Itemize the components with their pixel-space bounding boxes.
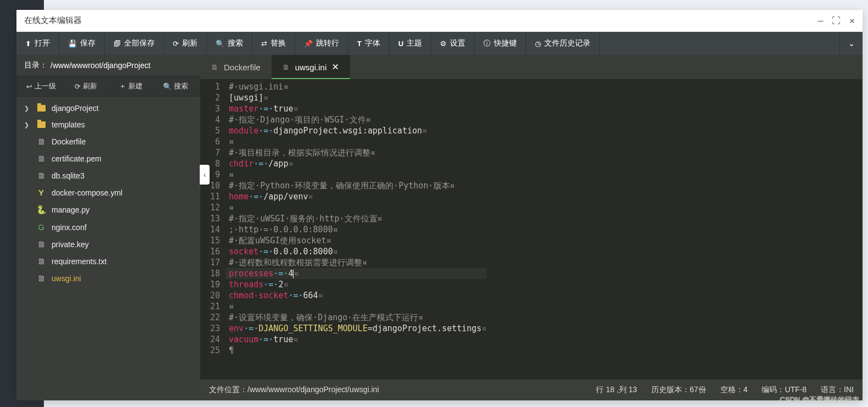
replace-button[interactable]: ⇄替换 <box>252 32 295 55</box>
file-item[interactable]: 🗎uwsgi.ini <box>16 270 200 287</box>
close-icon[interactable]: ✕ <box>849 15 855 26</box>
file-icon: 🗎 <box>37 239 46 249</box>
window-title: 在线文本编辑器 <box>24 15 82 26</box>
file-name: docker-compose.yml <box>52 188 122 197</box>
watermark: CSDN @不爱搬砖的码农 <box>780 395 859 405</box>
clock-icon: ◷ <box>535 40 541 48</box>
file-name: nginx.conf <box>52 223 87 232</box>
tab[interactable]: 🗎uwsgi.ini✕ <box>272 55 351 79</box>
replace-icon: ⇄ <box>261 40 267 48</box>
editor-pane: ‹ 🗎Dockerfile🗎uwsgi.ini✕ 123456789101112… <box>200 55 863 400</box>
file-icon: 🐍 <box>36 205 47 215</box>
sidebar-refresh-button[interactable]: ⟳刷新 <box>65 79 108 93</box>
sidebar: 目录： /www/wwwroot/djangoProject ↩上一级 ⟳刷新 … <box>16 55 200 400</box>
tab-label: uwsgi.ini <box>295 63 327 72</box>
toolbar: ⬆打开 💾保存 🗐全部保存 ⟳刷新 🔍搜索 ⇄替换 📌跳转行 T字体 U主题 ⚙… <box>16 32 863 55</box>
new-button[interactable]: ＋新建 <box>110 79 153 93</box>
history-button[interactable]: ◷文件历史记录 <box>526 32 600 55</box>
refresh-button[interactable]: ⟳刷新 <box>164 32 207 55</box>
reply-icon: ↩ <box>26 82 32 91</box>
pin-icon: 📌 <box>304 40 313 48</box>
maximize-icon[interactable]: ⛶ <box>832 15 841 26</box>
shortcut-button[interactable]: ⓘ快捷键 <box>475 32 526 55</box>
tab[interactable]: 🗎Dockerfile <box>200 55 272 79</box>
status-encoding[interactable]: 编码：UTF-8 <box>762 385 807 395</box>
file-icon: 🗎 <box>37 137 46 146</box>
up-button[interactable]: ↩上一级 <box>20 79 63 93</box>
file-icon: 🗎 <box>37 274 46 283</box>
file-icon: 🗎 <box>283 63 290 71</box>
search-icon: 🔍 <box>216 40 224 48</box>
collapse-sidebar-button[interactable]: ‹ <box>200 165 210 185</box>
folder-icon <box>37 121 46 128</box>
file-name: Dockerfile <box>52 137 86 146</box>
status-spaces[interactable]: 空格：4 <box>720 385 748 395</box>
theme-button[interactable]: U主题 <box>390 32 431 55</box>
code-content[interactable]: #·uwsgi.ini¤[uwsgi]¤master·=·true¤#·指定·D… <box>226 79 487 380</box>
file-name: private.key <box>52 240 89 249</box>
plus-icon: ＋ <box>119 81 126 91</box>
editor-window: 在线文本编辑器 — ⛶ ✕ ⬆打开 💾保存 🗐全部保存 ⟳刷新 🔍搜索 ⇄替换 … <box>16 10 863 400</box>
gear-icon: ⚙ <box>440 40 447 48</box>
file-item[interactable]: 🗎requirements.txt <box>16 253 200 270</box>
chevron-right-icon: ❯ <box>24 121 31 129</box>
info-icon: ⓘ <box>483 38 491 48</box>
file-item[interactable]: 🗎private.key <box>16 236 200 253</box>
folder-item[interactable]: ❯templates <box>16 116 200 133</box>
chevron-down-icon: ⌄ <box>848 39 855 48</box>
font-button[interactable]: T字体 <box>348 32 390 55</box>
tab-bar: 🗎Dockerfile🗎uwsgi.ini✕ <box>200 55 863 79</box>
file-name: requirements.txt <box>52 257 106 266</box>
refresh-icon: ⟳ <box>173 40 179 48</box>
file-name: djangoProject <box>52 104 99 113</box>
status-path: /www/wwwroot/djangoProject/uwsgi.ini <box>247 385 379 394</box>
folder-icon <box>37 105 46 111</box>
code-area[interactable]: 1234567891011121314151617181920212223242… <box>200 79 863 380</box>
file-name: uwsgi.ini <box>52 274 81 283</box>
file-name: manage.py <box>52 205 89 214</box>
save-icon: 💾 <box>68 40 77 48</box>
titlebar: 在线文本编辑器 — ⛶ ✕ <box>16 10 863 32</box>
dir-path[interactable]: /www/wwwroot/djangoProject <box>50 61 150 70</box>
chevron-right-icon: ❯ <box>24 105 31 112</box>
file-icon: Y <box>38 188 44 197</box>
saveall-button[interactable]: 🗐全部保存 <box>105 32 164 55</box>
theme-icon: U <box>398 40 403 48</box>
file-icon: 🗎 <box>37 257 46 266</box>
statusbar: 文件位置：/www/wwwroot/djangoProject/uwsgi.in… <box>200 380 863 400</box>
close-icon[interactable]: ✕ <box>332 62 339 72</box>
file-item[interactable]: Ydocker-compose.yml <box>16 184 200 201</box>
sidebar-search-button[interactable]: 🔍搜索 <box>154 79 197 93</box>
file-name: certificate.pem <box>52 154 102 163</box>
minimize-icon[interactable]: — <box>818 15 824 26</box>
search-button[interactable]: 🔍搜索 <box>207 32 252 55</box>
file-icon: G <box>38 222 44 232</box>
goto-button[interactable]: 📌跳转行 <box>295 32 348 55</box>
search-icon: 🔍 <box>163 82 172 91</box>
open-button[interactable]: ⬆打开 <box>16 32 59 55</box>
file-item[interactable]: 🗎db.sqlite3 <box>16 167 200 184</box>
file-item[interactable]: 🐍manage.py <box>16 201 200 219</box>
save-button[interactable]: 💾保存 <box>59 32 105 55</box>
file-icon: 🗎 <box>37 171 46 180</box>
file-item[interactable]: Gnginx.conf <box>16 219 200 236</box>
font-icon: T <box>357 40 362 48</box>
line-gutter: 1234567891011121314151617181920212223242… <box>200 79 226 380</box>
refresh-icon: ⟳ <box>75 82 81 91</box>
file-item[interactable]: 🗎certificate.pem <box>16 150 200 167</box>
status-pos[interactable]: 行 18 ,列 13 <box>596 385 637 395</box>
saveall-icon: 🗐 <box>114 40 121 48</box>
status-lang[interactable]: 语言：INI <box>821 385 854 395</box>
more-button[interactable]: ⌄ <box>839 32 863 55</box>
file-name: db.sqlite3 <box>52 171 84 180</box>
file-icon: 🗎 <box>211 63 218 71</box>
status-history[interactable]: 历史版本：67份 <box>651 385 706 395</box>
file-item[interactable]: 🗎Dockerfile <box>16 133 200 150</box>
file-icon: 🗎 <box>37 154 46 163</box>
file-name: templates <box>52 120 85 129</box>
upload-icon: ⬆ <box>25 40 31 48</box>
settings-button[interactable]: ⚙设置 <box>431 32 475 55</box>
folder-item[interactable]: ❯djangoProject <box>16 100 200 116</box>
dir-label: 目录： <box>24 60 47 70</box>
tab-label: Dockerfile <box>224 63 261 72</box>
